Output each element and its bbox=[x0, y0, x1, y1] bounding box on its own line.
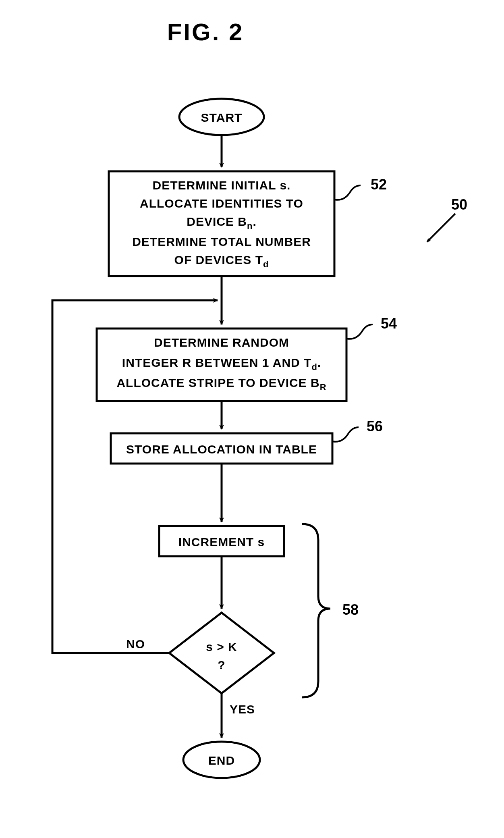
decision-line2: ? bbox=[218, 658, 225, 672]
ref-56: 56 bbox=[367, 418, 383, 435]
box52-line3: DEVICE Bn. bbox=[187, 215, 257, 231]
box52-line4: DETERMINE TOTAL NUMBER bbox=[132, 235, 311, 248]
ref-leader-56 bbox=[332, 427, 359, 442]
ref-leader-54 bbox=[346, 324, 373, 339]
end-label: END bbox=[208, 754, 235, 767]
ref-leader-50 bbox=[427, 214, 455, 242]
box54-line2: INTEGER R BETWEEN 1 AND Td. bbox=[122, 356, 321, 372]
yes-label: YES bbox=[230, 703, 255, 716]
ref-leader-52 bbox=[334, 185, 361, 200]
start-label: START bbox=[201, 111, 243, 124]
ref-52: 52 bbox=[371, 176, 387, 193]
box54-line1: DETERMINE RANDOM bbox=[154, 336, 289, 349]
increment-text: INCREMENT s bbox=[178, 535, 265, 549]
edge-no-loop bbox=[52, 300, 218, 653]
ref-50: 50 bbox=[451, 196, 467, 213]
box56-text: STORE ALLOCATION IN TABLE bbox=[126, 443, 317, 456]
box52-line1: DETERMINE INITIAL s. bbox=[153, 179, 291, 192]
bracket-58 bbox=[302, 524, 330, 697]
no-label: NO bbox=[126, 637, 145, 651]
decision-line1: s > K bbox=[206, 640, 237, 653]
box52-line2: ALLOCATE IDENTITIES TO bbox=[140, 197, 303, 210]
ref-54: 54 bbox=[381, 315, 397, 332]
figure-title: FIG. 2 bbox=[167, 19, 244, 46]
box54-line3: ALLOCATE STRIPE TO DEVICE BR bbox=[116, 376, 326, 392]
box52-line5: OF DEVICES Td bbox=[174, 253, 269, 269]
ref-58: 58 bbox=[342, 601, 359, 618]
flowchart-figure: FIG. 2 START DETERMINE INITIAL s. ALLOCA… bbox=[0, 0, 504, 838]
